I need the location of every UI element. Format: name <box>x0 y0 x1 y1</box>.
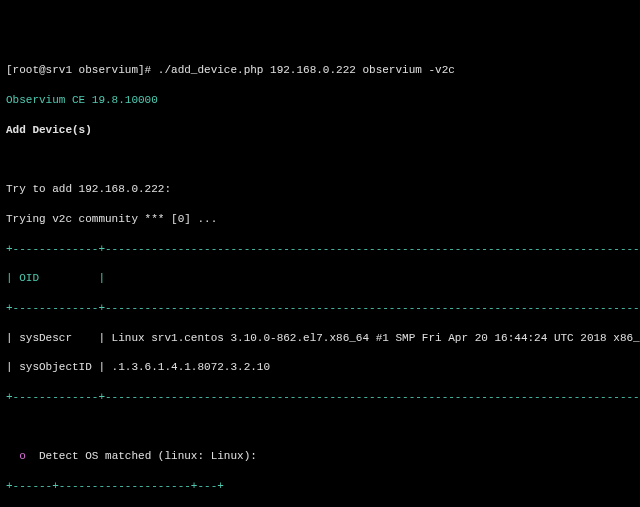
v2c-line: Trying v2c community *** [0] ... <box>6 212 634 227</box>
sysobjectid-row: | sysObjectID | .1.3.6.1.4.1.8072.3.2.10… <box>6 360 634 375</box>
table-border: +-------------+-------------------------… <box>6 301 634 316</box>
command-input[interactable]: ./add_device.php 192.168.0.222 observium… <box>158 64 455 76</box>
version-line: Observium CE 19.8.10000 <box>6 93 634 108</box>
detect-os: Detect OS matched (linux: Linux): <box>39 450 257 462</box>
bullet-icon: o <box>6 450 39 462</box>
try-line: Try to add 192.168.0.222: <box>6 182 634 197</box>
oid-header: | OID | | <box>6 271 634 286</box>
table-border: +-------------+-------------------------… <box>6 242 634 257</box>
table-border: +-------------+-------------------------… <box>6 390 634 405</box>
prompt: [root@srv1 observium]# <box>6 64 158 76</box>
table-border: +------+--------------------+---+ <box>6 479 634 494</box>
page-title: Add Device(s) <box>6 123 634 138</box>
sysdescr-row: | sysDescr | Linux srv1.centos 3.10.0-86… <box>6 331 634 346</box>
